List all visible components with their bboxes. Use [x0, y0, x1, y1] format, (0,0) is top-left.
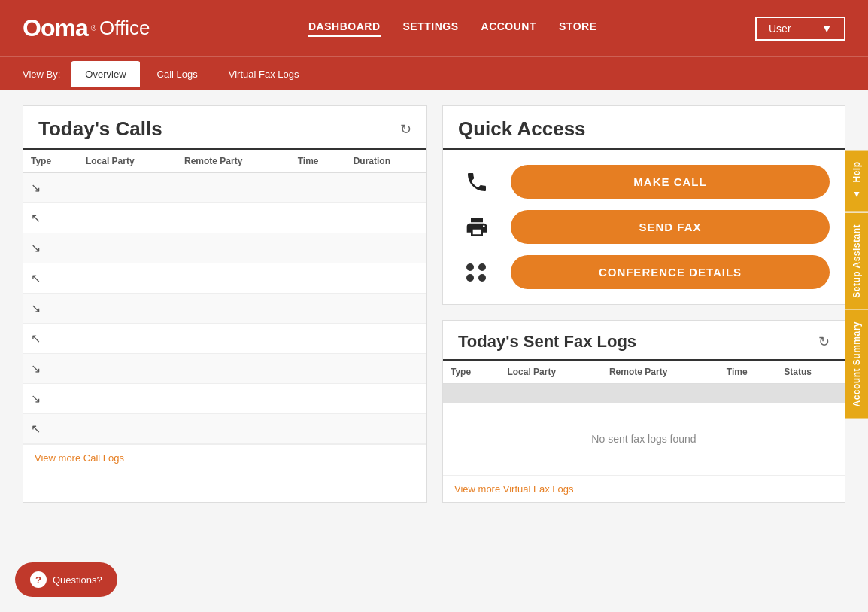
calls-panel-header: Today's Calls ↻	[23, 106, 426, 150]
no-fax-message: No sent fax logs found	[443, 403, 845, 475]
logo-text: Ooma	[23, 14, 88, 42]
incoming-arrow-icon: ↘	[23, 354, 78, 384]
questions-label: Questions?	[53, 574, 102, 586]
nav-account[interactable]: ACCOUNT	[481, 20, 537, 37]
setup-assistant-tab[interactable]: Setup Assistant	[845, 213, 868, 309]
col-local-party: Local Party	[78, 150, 177, 173]
conference-icon	[458, 263, 496, 282]
setup-assistant-label: Setup Assistant	[851, 224, 862, 298]
fax-icon	[458, 215, 496, 239]
logo: Ooma ® Office	[23, 14, 150, 42]
fax-logs-table: Type Local Party Remote Party Time Statu…	[443, 361, 845, 403]
make-call-button[interactable]: MAKE CALL	[511, 165, 830, 199]
view-more-virtual-fax-logs[interactable]: View more Virtual Fax Logs	[443, 475, 845, 502]
tab-call-logs[interactable]: Call Logs	[144, 61, 211, 87]
nav-dashboard[interactable]: DASHBOARD	[308, 20, 381, 37]
quick-access-body: MAKE CALL SEND FAX	[443, 150, 845, 304]
table-row: ↘	[23, 233, 426, 263]
phone-icon	[458, 170, 496, 194]
incoming-arrow-icon: ↘	[23, 384, 78, 414]
account-summary-label: Account Summary	[851, 321, 862, 407]
incoming-arrow-icon: ↘	[23, 233, 78, 263]
side-panels: ▲ Help Setup Assistant Account Summary	[845, 151, 868, 420]
right-panel: Quick Access MAKE CALL	[442, 105, 845, 503]
calls-panel-title: Today's Calls	[38, 117, 162, 141]
incoming-arrow-icon: ↘	[23, 294, 78, 324]
main-content: Today's Calls ↻ Type Local Party Remote …	[0, 90, 868, 518]
nav-store[interactable]: STORE	[559, 20, 596, 37]
fax-col-local-party: Local Party	[499, 361, 602, 384]
fax-logs-title: Today's Sent Fax Logs	[458, 332, 636, 352]
help-tab-arrow: ▲	[851, 189, 862, 200]
send-fax-row: SEND FAX	[458, 210, 830, 244]
table-row: ↘	[23, 354, 426, 384]
view-by-label: View By:	[23, 69, 60, 80]
table-row: ↖	[23, 414, 426, 444]
col-remote-party: Remote Party	[177, 150, 290, 173]
header: Ooma ® Office DASHBOARD SETTINGS ACCOUNT…	[0, 0, 868, 56]
quick-access-panel: Quick Access MAKE CALL	[442, 105, 845, 305]
sub-nav: View By: Overview Call Logs Virtual Fax …	[0, 56, 868, 90]
help-tab-label: Help	[851, 162, 862, 183]
fax-col-time: Time	[719, 361, 776, 384]
col-duration: Duration	[346, 150, 426, 173]
help-tab[interactable]: ▲ Help	[845, 151, 868, 212]
fax-col-type: Type	[443, 361, 499, 384]
calls-table: Type Local Party Remote Party Time Durat…	[23, 150, 426, 444]
conference-details-row: CONFERENCE DETAILS	[458, 255, 830, 289]
fax-col-status: Status	[776, 361, 845, 384]
chevron-down-icon: ▼	[821, 23, 832, 35]
outgoing-arrow-icon: ↖	[23, 203, 78, 233]
tab-virtual-fax-logs[interactable]: Virtual Fax Logs	[215, 61, 313, 87]
logo-office: Office	[99, 17, 150, 40]
user-label: User	[769, 23, 791, 35]
fax-logs-panel: Today's Sent Fax Logs ↻ Type Local Party…	[442, 320, 845, 503]
col-time: Time	[290, 150, 346, 173]
tab-overview[interactable]: Overview	[71, 61, 139, 87]
incoming-arrow-icon: ↘	[23, 173, 78, 203]
quick-access-title: Quick Access	[458, 117, 586, 140]
table-row: ↖	[23, 203, 426, 233]
quick-access-header: Quick Access	[443, 106, 845, 150]
main-nav: DASHBOARD SETTINGS ACCOUNT STORE	[181, 20, 726, 37]
user-dropdown[interactable]: User ▼	[755, 17, 845, 41]
outgoing-arrow-icon: ↖	[23, 414, 78, 444]
table-row: ↘	[23, 294, 426, 324]
col-type: Type	[23, 150, 78, 173]
table-row: ↘	[23, 173, 426, 203]
fax-logs-header: Today's Sent Fax Logs ↻	[443, 321, 845, 361]
nav-settings[interactable]: SETTINGS	[403, 20, 459, 37]
conference-details-button[interactable]: CONFERENCE DETAILS	[511, 255, 830, 289]
questions-icon: ?	[30, 571, 47, 588]
fax-refresh-icon[interactable]: ↻	[818, 333, 830, 350]
fax-loading-row	[443, 384, 845, 403]
table-row: ↖	[23, 263, 426, 294]
outgoing-arrow-icon: ↖	[23, 263, 78, 294]
make-call-row: MAKE CALL	[458, 165, 830, 199]
calls-refresh-icon[interactable]: ↻	[400, 121, 411, 138]
todays-calls-panel: Today's Calls ↻ Type Local Party Remote …	[23, 105, 427, 503]
table-row: ↘	[23, 384, 426, 414]
table-row: ↖	[23, 324, 426, 354]
outgoing-arrow-icon: ↖	[23, 324, 78, 354]
view-more-call-logs[interactable]: View more Call Logs	[23, 444, 426, 471]
send-fax-button[interactable]: SEND FAX	[511, 210, 830, 244]
questions-button[interactable]: ? Questions?	[15, 562, 117, 597]
fax-col-remote-party: Remote Party	[602, 361, 719, 384]
account-summary-tab[interactable]: Account Summary	[845, 310, 868, 419]
